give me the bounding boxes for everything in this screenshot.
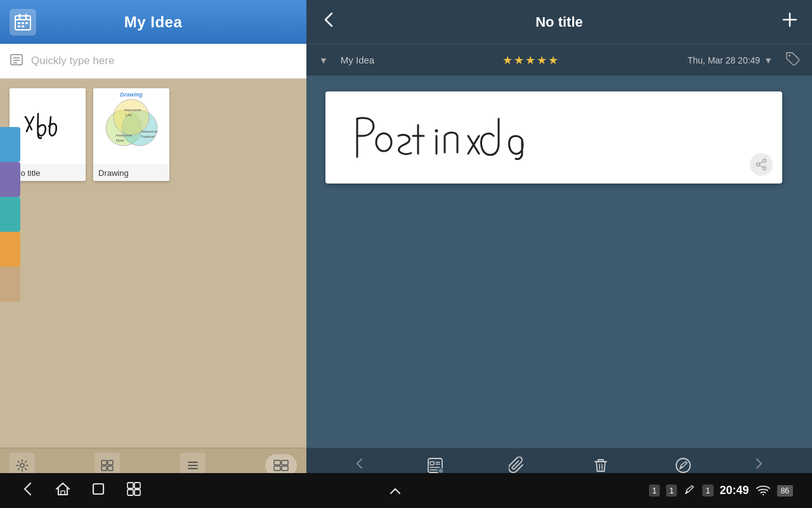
svg-point-36	[789, 55, 790, 57]
svg-text:Awesome: Awesome	[115, 133, 133, 137]
side-tab-blue[interactable]	[0, 127, 20, 162]
left-panel: My Idea Quickly type here	[0, 0, 306, 483]
notebook-title: My Idea	[124, 13, 183, 31]
svg-line-43	[759, 165, 763, 168]
svg-text:Feature!: Feature!	[141, 135, 155, 138]
svg-point-54	[676, 458, 690, 472]
side-tab-purple[interactable]	[0, 162, 20, 197]
quick-type-bar[interactable]: Quickly type here	[0, 44, 306, 79]
battery-indicator: 86	[777, 485, 793, 497]
home-nav-button[interactable]	[55, 481, 71, 501]
svg-rect-57	[93, 484, 103, 494]
note-card-1[interactable]: No title	[10, 88, 86, 181]
svg-rect-31	[282, 460, 288, 465]
status-icons: 1 1 1 20:49 86	[649, 483, 793, 498]
next-note-button[interactable]	[752, 457, 766, 474]
svg-rect-59	[134, 483, 140, 488]
svg-rect-32	[274, 466, 280, 471]
side-tabs	[0, 127, 20, 302]
meta-dropdown-arrow[interactable]: ▼	[319, 55, 328, 65]
note-thumb-2: Drawing Awesome Note Awesome Feature! Aw…	[93, 88, 169, 164]
note-card-2[interactable]: Drawing Awesome Note Awesome Feature! Aw…	[93, 88, 169, 181]
svg-rect-23	[102, 460, 107, 465]
side-tab-orange[interactable]	[0, 232, 20, 267]
svg-rect-4	[18, 22, 20, 24]
side-tab-teal[interactable]	[0, 197, 20, 232]
prev-note-button[interactable]	[353, 457, 367, 474]
system-time: 20:49	[720, 484, 749, 497]
svg-point-40	[763, 167, 766, 170]
note-title-header: No title	[535, 14, 583, 30]
svg-point-63	[762, 493, 763, 495]
app-grid-button[interactable]	[126, 481, 142, 501]
recents-nav-button[interactable]	[90, 481, 107, 501]
nav-buttons	[19, 481, 142, 501]
indicator-3: 1	[702, 485, 713, 497]
meta-notebook-name: My Idea	[341, 55, 374, 65]
svg-point-22	[20, 464, 24, 467]
svg-rect-60	[128, 490, 133, 495]
share-button[interactable]	[750, 153, 773, 176]
side-tab-tan[interactable]	[0, 267, 20, 302]
drawing-label-small: Drawing	[120, 91, 143, 98]
edit-status-icon	[683, 483, 696, 498]
back-button[interactable]	[319, 10, 338, 34]
add-note-button[interactable]	[780, 10, 799, 34]
svg-line-42	[759, 161, 763, 164]
meta-stars[interactable]: ★★★★★	[387, 53, 675, 67]
tag-icon[interactable]	[785, 51, 799, 69]
left-header: My Idea	[0, 0, 306, 44]
note-thumb-1	[10, 88, 86, 164]
svg-rect-7	[18, 25, 20, 27]
notes-grid: No title Drawing Awesome Note Awesome Fe…	[0, 79, 306, 448]
date-dropdown-arrow[interactable]: ▼	[764, 55, 773, 65]
svg-rect-26	[108, 466, 113, 471]
svg-rect-45	[430, 462, 434, 465]
svg-rect-30	[274, 460, 280, 465]
svg-rect-6	[25, 22, 28, 24]
svg-rect-8	[22, 25, 24, 27]
back-nav-button[interactable]	[19, 481, 36, 501]
svg-point-37	[376, 133, 391, 151]
text-icon	[10, 53, 23, 70]
note-content-area	[306, 76, 812, 448]
chevron-up[interactable]	[386, 481, 405, 500]
svg-text:Note: Note	[116, 138, 124, 142]
quick-type-placeholder: Quickly type here	[31, 55, 114, 67]
svg-text:Awesome: Awesome	[141, 130, 158, 133]
right-panel: No title ▼ My Idea ★★★★★ Thu, Mar 28 20:…	[306, 0, 812, 483]
svg-point-39	[763, 159, 766, 163]
system-bar: 1 1 1 20:49 86	[0, 473, 812, 508]
svg-rect-25	[102, 466, 107, 471]
svg-rect-58	[128, 483, 133, 488]
calendar-icon[interactable]	[10, 9, 36, 36]
svg-text:⚙: ⚙	[439, 469, 443, 473]
svg-text:Life: Life	[126, 113, 132, 117]
svg-rect-24	[108, 460, 113, 465]
note-card-main[interactable]	[325, 91, 782, 184]
svg-text:Awesome: Awesome	[124, 108, 141, 112]
svg-rect-61	[134, 490, 140, 495]
indicator-2: 1	[666, 485, 677, 497]
indicator-1: 1	[649, 485, 660, 497]
meta-date: Thu, Mar 28 20:49 ▼	[688, 55, 773, 65]
svg-point-41	[757, 163, 760, 166]
svg-point-38	[435, 129, 438, 132]
svg-rect-33	[282, 466, 288, 471]
right-header: No title	[306, 0, 812, 44]
svg-rect-5	[22, 22, 24, 24]
wifi-icon	[756, 484, 771, 498]
note-label-2: Drawing	[93, 164, 169, 181]
note-label-1: No title	[10, 164, 86, 181]
note-meta-bar: ▼ My Idea ★★★★★ Thu, Mar 28 20:49 ▼	[306, 44, 812, 76]
